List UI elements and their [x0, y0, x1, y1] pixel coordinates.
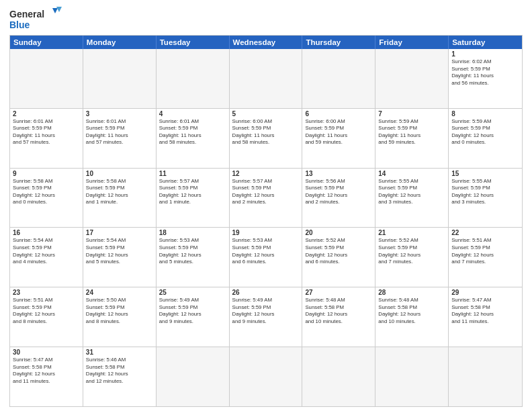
day-cell-24: 24Sunrise: 5:50 AM Sunset: 5:59 PM Dayli…: [83, 287, 157, 347]
day-header-sunday: Sunday: [10, 36, 83, 49]
day-number: 29: [451, 289, 519, 296]
day-info: Sunrise: 6:01 AM Sunset: 5:59 PM Dayligh…: [86, 118, 153, 146]
day-info: Sunrise: 5:48 AM Sunset: 5:58 PM Dayligh…: [305, 297, 372, 325]
day-number: 16: [13, 229, 80, 236]
day-header-friday: Friday: [375, 36, 449, 49]
day-info: Sunrise: 6:00 AM Sunset: 5:59 PM Dayligh…: [305, 118, 372, 146]
day-cell-14: 14Sunrise: 5:55 AM Sunset: 5:59 PM Dayli…: [375, 169, 449, 228]
day-cell-27: 27Sunrise: 5:48 AM Sunset: 5:58 PM Dayli…: [302, 287, 375, 347]
day-header-monday: Monday: [83, 36, 157, 49]
day-number: 7: [378, 110, 445, 118]
day-header-thursday: Thursday: [302, 36, 375, 49]
day-cell-empty: [302, 347, 375, 406]
day-number: 2: [13, 110, 80, 118]
day-cell-1: 1Sunrise: 6:02 AM Sunset: 5:59 PM Daylig…: [449, 49, 522, 108]
day-info: Sunrise: 5:47 AM Sunset: 5:58 PM Dayligh…: [451, 297, 519, 325]
day-info: Sunrise: 5:55 AM Sunset: 5:59 PM Dayligh…: [378, 178, 445, 206]
day-info: Sunrise: 6:00 AM Sunset: 5:59 PM Dayligh…: [232, 118, 300, 146]
day-cell-empty: [449, 347, 522, 406]
day-cell-empty: [10, 49, 83, 108]
day-info: Sunrise: 5:59 AM Sunset: 5:59 PM Dayligh…: [378, 118, 445, 146]
day-info: Sunrise: 5:58 AM Sunset: 5:59 PM Dayligh…: [13, 178, 80, 206]
logo-svg: General Blue: [9, 7, 63, 31]
day-cell-8: 8Sunrise: 5:59 AM Sunset: 5:59 PM Daylig…: [449, 109, 522, 168]
day-info: Sunrise: 5:47 AM Sunset: 5:58 PM Dayligh…: [13, 357, 80, 385]
day-cell-empty: [230, 49, 303, 108]
week-row-4: 23Sunrise: 5:51 AM Sunset: 5:59 PM Dayli…: [10, 287, 522, 347]
day-number: 31: [86, 349, 153, 356]
day-info: Sunrise: 5:57 AM Sunset: 5:59 PM Dayligh…: [232, 178, 300, 206]
day-cell-28: 28Sunrise: 5:48 AM Sunset: 5:58 PM Dayli…: [375, 287, 449, 347]
day-info: Sunrise: 5:52 AM Sunset: 5:59 PM Dayligh…: [378, 237, 445, 265]
day-cell-empty: [157, 347, 230, 406]
day-cell-26: 26Sunrise: 5:49 AM Sunset: 5:59 PM Dayli…: [230, 287, 303, 347]
day-number: 12: [232, 170, 300, 177]
day-cell-16: 16Sunrise: 5:54 AM Sunset: 5:59 PM Dayli…: [10, 228, 83, 287]
day-cell-11: 11Sunrise: 5:57 AM Sunset: 5:59 PM Dayli…: [157, 169, 230, 228]
svg-marker-3: [56, 7, 62, 12]
day-cell-6: 6Sunrise: 6:00 AM Sunset: 5:59 PM Daylig…: [302, 109, 375, 168]
day-cell-30: 30Sunrise: 5:47 AM Sunset: 5:58 PM Dayli…: [10, 347, 83, 406]
day-number: 17: [86, 229, 153, 236]
week-row-5: 30Sunrise: 5:47 AM Sunset: 5:58 PM Dayli…: [10, 347, 522, 406]
day-cell-empty: [302, 49, 375, 108]
day-number: 22: [451, 229, 519, 236]
day-number: 24: [86, 289, 153, 296]
week-row-0: 1Sunrise: 6:02 AM Sunset: 5:59 PM Daylig…: [10, 49, 522, 108]
svg-marker-2: [52, 8, 58, 13]
day-info: Sunrise: 5:58 AM Sunset: 5:59 PM Dayligh…: [86, 178, 153, 206]
day-info: Sunrise: 5:57 AM Sunset: 5:59 PM Dayligh…: [159, 178, 226, 206]
day-number: 4: [159, 110, 226, 118]
day-number: 28: [378, 289, 445, 296]
calendar: SundayMondayTuesdayWednesdayThursdayFrid…: [9, 35, 523, 407]
day-number: 30: [13, 349, 80, 356]
day-cell-4: 4Sunrise: 6:01 AM Sunset: 5:59 PM Daylig…: [157, 109, 230, 168]
day-cell-5: 5Sunrise: 6:00 AM Sunset: 5:59 PM Daylig…: [230, 109, 303, 168]
day-cell-12: 12Sunrise: 5:57 AM Sunset: 5:59 PM Dayli…: [230, 169, 303, 228]
day-info: Sunrise: 5:55 AM Sunset: 5:59 PM Dayligh…: [451, 178, 519, 206]
day-cell-3: 3Sunrise: 6:01 AM Sunset: 5:59 PM Daylig…: [83, 109, 157, 168]
day-cell-29: 29Sunrise: 5:47 AM Sunset: 5:58 PM Dayli…: [449, 287, 522, 347]
day-cell-10: 10Sunrise: 5:58 AM Sunset: 5:59 PM Dayli…: [83, 169, 157, 228]
day-cell-21: 21Sunrise: 5:52 AM Sunset: 5:59 PM Dayli…: [375, 228, 449, 287]
logo: General Blue: [9, 7, 63, 31]
day-info: Sunrise: 5:54 AM Sunset: 5:59 PM Dayligh…: [86, 237, 153, 265]
day-info: Sunrise: 5:59 AM Sunset: 5:59 PM Dayligh…: [451, 118, 519, 146]
day-cell-19: 19Sunrise: 5:53 AM Sunset: 5:59 PM Dayli…: [230, 228, 303, 287]
day-info: Sunrise: 6:01 AM Sunset: 5:59 PM Dayligh…: [13, 118, 80, 146]
day-number: 21: [378, 229, 445, 236]
day-number: 25: [159, 289, 226, 296]
day-cell-25: 25Sunrise: 5:49 AM Sunset: 5:59 PM Dayli…: [157, 287, 230, 347]
weeks: 1Sunrise: 6:02 AM Sunset: 5:59 PM Daylig…: [10, 49, 522, 406]
week-row-1: 2Sunrise: 6:01 AM Sunset: 5:59 PM Daylig…: [10, 108, 522, 168]
svg-text:Blue: Blue: [9, 19, 30, 30]
day-info: Sunrise: 5:49 AM Sunset: 5:59 PM Dayligh…: [232, 297, 300, 325]
day-cell-15: 15Sunrise: 5:55 AM Sunset: 5:59 PM Dayli…: [449, 169, 522, 228]
day-info: Sunrise: 5:51 AM Sunset: 5:59 PM Dayligh…: [13, 297, 80, 325]
day-number: 23: [13, 289, 80, 296]
day-info: Sunrise: 5:51 AM Sunset: 5:59 PM Dayligh…: [451, 237, 519, 265]
day-info: Sunrise: 5:49 AM Sunset: 5:59 PM Dayligh…: [159, 297, 226, 325]
day-cell-7: 7Sunrise: 5:59 AM Sunset: 5:59 PM Daylig…: [375, 109, 449, 168]
day-number: 9: [13, 170, 80, 177]
day-cell-9: 9Sunrise: 5:58 AM Sunset: 5:59 PM Daylig…: [10, 169, 83, 228]
day-cell-17: 17Sunrise: 5:54 AM Sunset: 5:59 PM Dayli…: [83, 228, 157, 287]
day-number: 6: [305, 110, 372, 118]
day-headers: SundayMondayTuesdayWednesdayThursdayFrid…: [10, 36, 522, 49]
day-cell-22: 22Sunrise: 5:51 AM Sunset: 5:59 PM Dayli…: [449, 228, 522, 287]
day-cell-empty: [375, 49, 449, 108]
day-number: 18: [159, 229, 226, 236]
day-number: 3: [86, 110, 153, 118]
day-info: Sunrise: 5:54 AM Sunset: 5:59 PM Dayligh…: [13, 237, 80, 265]
day-info: Sunrise: 5:56 AM Sunset: 5:59 PM Dayligh…: [305, 178, 372, 206]
day-number: 20: [305, 229, 372, 236]
day-number: 10: [86, 170, 153, 177]
header: General Blue: [9, 7, 523, 31]
day-cell-empty: [375, 347, 449, 406]
day-info: Sunrise: 5:50 AM Sunset: 5:59 PM Dayligh…: [86, 297, 153, 325]
day-cell-23: 23Sunrise: 5:51 AM Sunset: 5:59 PM Dayli…: [10, 287, 83, 347]
day-cell-20: 20Sunrise: 5:52 AM Sunset: 5:59 PM Dayli…: [302, 228, 375, 287]
day-number: 13: [305, 170, 372, 177]
day-number: 19: [232, 229, 300, 236]
day-cell-13: 13Sunrise: 5:56 AM Sunset: 5:59 PM Dayli…: [302, 169, 375, 228]
